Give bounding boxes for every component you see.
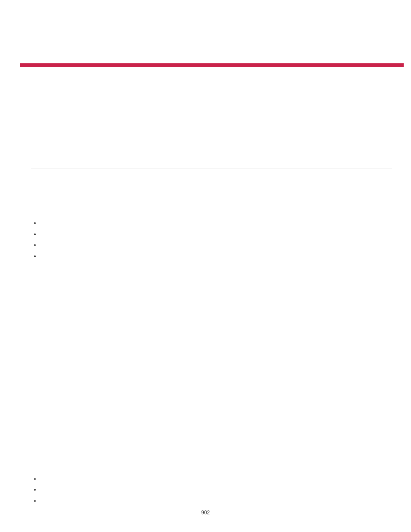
list-bullet xyxy=(34,255,36,257)
section-divider-line xyxy=(31,168,392,168)
list-bullet xyxy=(34,233,36,235)
list-bullet xyxy=(34,500,36,502)
list-bullet xyxy=(34,489,36,491)
list-bullet xyxy=(34,244,36,246)
list-bullet xyxy=(34,478,36,480)
page-number: 902 xyxy=(0,510,411,516)
header-divider-bar xyxy=(20,63,404,67)
list-bullet xyxy=(34,222,36,224)
